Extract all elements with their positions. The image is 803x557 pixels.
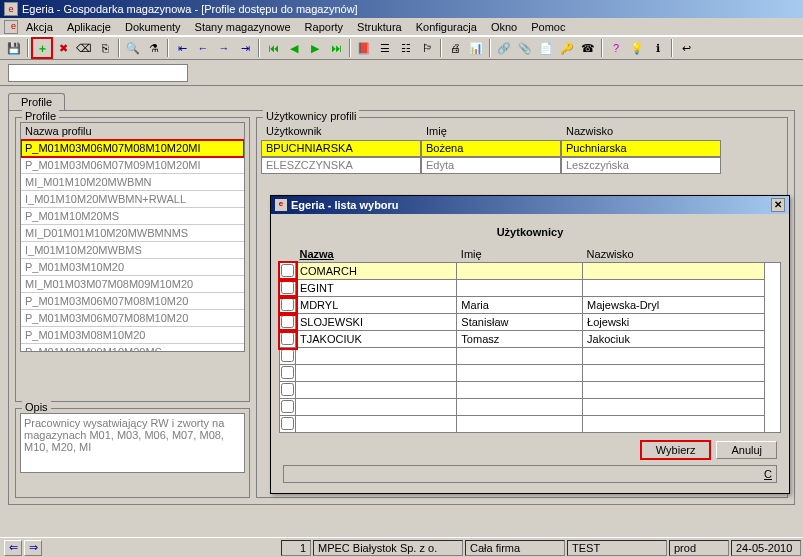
row-checkbox[interactable] — [281, 281, 294, 294]
col-user: Użytkownik — [261, 122, 421, 140]
dialog-title: Egeria - lista wyboru — [291, 199, 399, 211]
list2-icon[interactable]: ☷ — [396, 38, 416, 58]
status-db: prod — [669, 540, 729, 556]
book-icon[interactable]: 📕 — [354, 38, 374, 58]
menu-aplikacje[interactable]: Aplikacje — [61, 21, 117, 33]
dcol-nazwisko[interactable]: Nazwisko — [583, 246, 765, 263]
profile-row[interactable]: P_M01M03M06M07M08M10M20 — [21, 310, 244, 327]
profile-row[interactable]: P_M01M03M06M07M09M10M20MI — [21, 157, 244, 174]
dcol-nazwa[interactable]: Nazwa — [296, 246, 457, 263]
add-icon[interactable]: ＋ — [32, 38, 52, 58]
profile-row[interactable]: P_M01M03M09M10M20MS — [21, 344, 244, 352]
doc-icon[interactable]: 📄 — [536, 38, 556, 58]
row-checkbox[interactable] — [281, 332, 294, 345]
window-title: Egeria - Gospodarka magazynowa - [Profil… — [22, 3, 358, 15]
menu-akcja[interactable]: Akcja — [20, 21, 59, 33]
first-icon[interactable]: ⇤ — [172, 38, 192, 58]
copy-icon[interactable]: ⎘ — [95, 38, 115, 58]
nav-back-icon[interactable]: ⇐ — [4, 540, 22, 556]
menu-struktura[interactable]: Struktura — [351, 21, 408, 33]
nav-forward-icon[interactable]: ⇒ — [24, 540, 42, 556]
opis-legend: Opis — [22, 401, 51, 413]
menu-pomoc[interactable]: Pomoc — [525, 21, 571, 33]
attach-icon[interactable]: 📎 — [515, 38, 535, 58]
row-checkbox[interactable] — [281, 366, 294, 379]
info-icon[interactable]: ℹ — [648, 38, 668, 58]
search-input[interactable] — [8, 64, 188, 82]
row-checkbox[interactable] — [281, 315, 294, 328]
menu-dokumenty[interactable]: Dokumenty — [119, 21, 187, 33]
dcol-imie[interactable]: Imię — [457, 246, 583, 263]
profile-row[interactable]: MI_M01M03M07M08M09M10M20 — [21, 276, 244, 293]
link-icon[interactable]: 🔗 — [494, 38, 514, 58]
nav-next-icon[interactable]: ▶ — [305, 38, 325, 58]
cancel-button[interactable]: Anuluj — [716, 441, 777, 459]
row-checkbox[interactable] — [281, 400, 294, 413]
profile-row[interactable]: MI_M01M10M20MWBMN — [21, 174, 244, 191]
menu-konfiguracja[interactable]: Konfiguracja — [410, 21, 483, 33]
row-checkbox[interactable] — [281, 264, 294, 277]
exit-icon[interactable]: ↩ — [676, 38, 696, 58]
user-row[interactable]: BPUCHNIARSKABożenaPuchniarska — [261, 140, 783, 157]
profile-row[interactable]: P_M01M03M06M07M08M10M20MI — [21, 140, 244, 157]
next-icon[interactable]: → — [214, 38, 234, 58]
select-button[interactable]: Wybierz — [641, 441, 711, 459]
key-icon[interactable]: 🔑 — [557, 38, 577, 58]
profile-legend: Profile — [22, 110, 59, 122]
search-icon[interactable]: 🔍 — [123, 38, 143, 58]
prev-icon[interactable]: ← — [193, 38, 213, 58]
dialog-row[interactable]: EGINT — [280, 280, 781, 297]
filter-icon[interactable]: ⚗ — [144, 38, 164, 58]
col-imie: Imię — [421, 122, 561, 140]
user-row[interactable]: ELESZCZYNSKAEdytaLeszczyńska — [261, 157, 783, 174]
profile-row[interactable]: MI_D01M01M10M20MWBMNMS — [21, 225, 244, 242]
profile-row[interactable]: I_M01M10M20MWBMS — [21, 242, 244, 259]
profile-row[interactable]: P_M01M03M08M10M20 — [21, 327, 244, 344]
flag-icon[interactable]: 🏳 — [417, 38, 437, 58]
close-icon[interactable]: ✕ — [771, 198, 785, 212]
chart-icon[interactable]: 📊 — [466, 38, 486, 58]
profile-fieldset: Profile Nazwa profilu P_M01M03M06M07M08M… — [15, 117, 250, 402]
list1-icon[interactable]: ☰ — [375, 38, 395, 58]
profile-list-header: Nazwa profilu — [21, 123, 244, 140]
nav-last-icon[interactable]: ⏭ — [326, 38, 346, 58]
last-icon[interactable]: ⇥ — [235, 38, 255, 58]
dialog-row[interactable]: MDRYLMariaMajewska-Dryl — [280, 297, 781, 314]
dialog-row[interactable] — [280, 416, 781, 433]
profile-row[interactable]: P_M01M10M20MS — [21, 208, 244, 225]
clear-icon[interactable]: ⌫ — [74, 38, 94, 58]
menu-okno[interactable]: Okno — [485, 21, 523, 33]
tip-icon[interactable]: 💡 — [627, 38, 647, 58]
row-checkbox[interactable] — [281, 298, 294, 311]
scrollbar[interactable] — [765, 263, 781, 433]
delete-icon[interactable]: ✖ — [53, 38, 73, 58]
row-checkbox[interactable] — [281, 349, 294, 362]
row-checkbox[interactable] — [281, 417, 294, 430]
status-record: 1 — [281, 540, 311, 556]
statusbar: ⇐ ⇒ 1 MPEC Białystok Sp. z o. Cała firma… — [0, 537, 803, 557]
menu-stany[interactable]: Stany magazynowe — [189, 21, 297, 33]
nav-prev-icon[interactable]: ◀ — [284, 38, 304, 58]
dialog-row[interactable] — [280, 365, 781, 382]
tab-profile[interactable]: Profile — [8, 93, 65, 110]
row-checkbox[interactable] — [281, 383, 294, 396]
nav-first-icon[interactable]: ⏮ — [263, 38, 283, 58]
profile-row[interactable]: I_M01M10M20MWBMN+RWALL — [21, 191, 244, 208]
dialog-row[interactable]: TJAKOCIUKTomaszJakociuk — [280, 331, 781, 348]
dialog-row[interactable] — [280, 382, 781, 399]
profile-row[interactable]: P_M01M03M06M07M08M10M20 — [21, 293, 244, 310]
phone-icon[interactable]: ☎ — [578, 38, 598, 58]
dialog-row[interactable] — [280, 399, 781, 416]
profile-row[interactable]: P_M01M03M10M20 — [21, 259, 244, 276]
save-icon[interactable]: 💾 — [4, 38, 24, 58]
profile-list[interactable]: Nazwa profilu P_M01M03M06M07M08M10M20MIP… — [20, 122, 245, 352]
help-icon[interactable]: ? — [606, 38, 626, 58]
print-icon[interactable]: 🖨 — [445, 38, 465, 58]
dialog-row[interactable] — [280, 348, 781, 365]
dialog-row[interactable]: SLOJEWSKIStanisławŁojewski — [280, 314, 781, 331]
dialog-row[interactable]: COMARCH — [280, 263, 781, 280]
status-env: TEST — [567, 540, 667, 556]
users-legend: Użytkownicy profili — [263, 110, 359, 122]
app-icon: e — [4, 2, 18, 16]
menu-raporty[interactable]: Raporty — [299, 21, 350, 33]
